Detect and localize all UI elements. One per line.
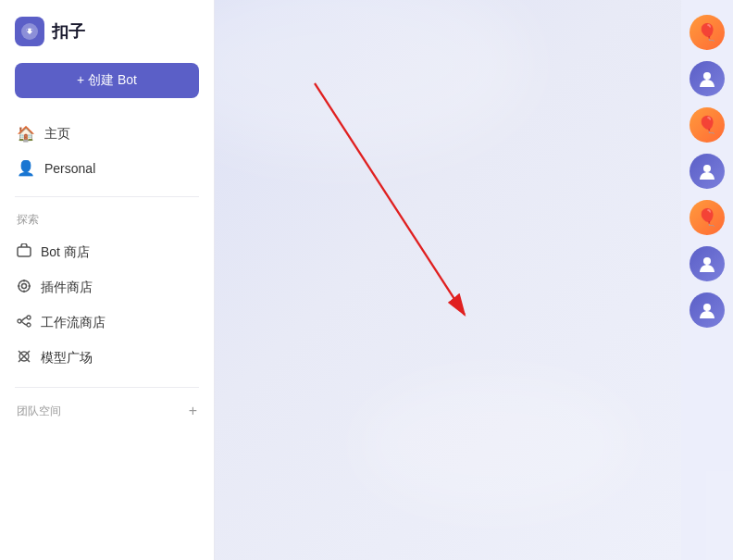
avatar-4[interactable] [690,154,725,189]
main-content [215,0,681,560]
svg-point-18 [703,72,711,80]
main-nav: 🏠 主页 👤 Personal [0,113,214,189]
avatar-rail: 🎈 🎈 🎈 [681,0,733,560]
divider-1 [15,196,199,197]
model-icon [17,349,31,367]
avatar-2[interactable] [690,61,725,96]
bg-decoration-1 [215,0,529,157]
nav-item-model-plaza[interactable]: 模型广场 [7,341,206,376]
explore-section-label: 探索 [0,205,214,231]
avatar-7[interactable] [690,292,725,328]
nav-item-workflow-store-label: 工作流商店 [41,315,106,331]
workflow-icon [17,314,31,332]
nav-item-plugin-store-label: 插件商店 [41,280,93,296]
nav-item-personal-label: Personal [44,161,95,176]
svg-point-20 [703,257,711,265]
avatar-5[interactable]: 🎈 [690,200,725,235]
nav-item-workflow-store[interactable]: 工作流商店 [7,305,206,341]
team-add-button[interactable]: + [189,403,197,419]
bg-decoration-2 [357,375,635,514]
bot-store-icon [17,243,31,262]
nav-item-home-label: 主页 [44,126,70,143]
person-icon: 👤 [17,159,35,177]
avatar-6[interactable] [690,246,725,281]
sidebar-header: 扣子 [0,0,214,59]
app-title: 扣子 [52,20,85,43]
create-bot-button[interactable]: + 创建 Bot [15,63,199,98]
plugin-icon [17,279,31,297]
nav-item-bot-store[interactable]: Bot 商店 [7,235,206,270]
svg-point-5 [22,284,27,289]
team-section: 团队空间 + [0,395,214,423]
explore-nav: Bot 商店 插件商店 [0,231,214,380]
svg-point-10 [18,319,21,323]
svg-point-11 [27,316,31,319]
app-logo [15,17,44,46]
avatar-1[interactable]: 🎈 [690,15,725,50]
sidebar: 扣子 + 创建 Bot 🏠 主页 👤 Personal 探索 Bot 商店 [0,0,215,560]
svg-point-12 [27,323,31,327]
home-icon: 🏠 [17,125,35,143]
nav-item-plugin-store[interactable]: 插件商店 [7,270,206,305]
divider-2 [15,387,199,388]
avatar-3[interactable]: 🎈 [690,107,725,143]
nav-item-home[interactable]: 🏠 主页 [7,117,206,151]
nav-item-personal[interactable]: 👤 Personal [7,151,206,185]
svg-point-21 [703,304,711,311]
svg-point-2 [31,30,33,31]
nav-item-bot-store-label: Bot 商店 [41,244,90,261]
svg-point-1 [27,30,29,31]
svg-rect-3 [18,247,31,256]
nav-item-model-plaza-label: 模型广场 [41,350,93,367]
svg-point-4 [19,280,30,292]
team-section-label: 团队空间 [17,404,61,419]
svg-point-19 [703,165,711,172]
